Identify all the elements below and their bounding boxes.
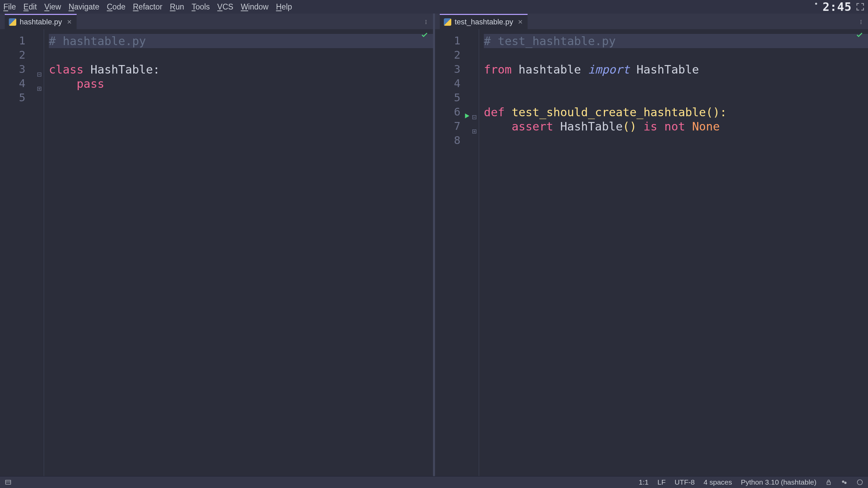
svg-point-13 (842, 481, 844, 483)
code-line (484, 48, 868, 62)
menu-refactor[interactable]: Refactor (133, 2, 162, 12)
token-const: None (692, 119, 720, 134)
token-kw2: import (588, 62, 636, 77)
run-test-icon[interactable] (463, 108, 471, 116)
menu-window[interactable]: Window (241, 2, 269, 12)
tab-label: test_hashtable.py (455, 18, 513, 26)
tool-window-icon[interactable] (5, 479, 12, 486)
code-line: pass (49, 77, 433, 91)
code-editor[interactable]: 12345678# test_hashtable.pyfrom hashtabl… (435, 29, 868, 476)
token-paren: () (623, 119, 643, 134)
close-icon[interactable]: ✕ (67, 18, 72, 26)
line-number: 3 (454, 63, 460, 76)
code-area[interactable]: # hashtable.pyclass HashTable: pass (44, 29, 433, 476)
line-number: 4 (454, 77, 460, 90)
lock-icon[interactable] (825, 479, 832, 486)
code-line (49, 48, 433, 62)
fold-icon[interactable] (471, 109, 477, 115)
token-kw: def (484, 105, 512, 119)
code-line: from hashtable import HashTable (484, 62, 868, 77)
status-indent[interactable]: 4 spaces (704, 478, 732, 486)
line-number: 5 (454, 91, 460, 105)
line-number: 1 (454, 34, 460, 48)
menu-view[interactable]: View (44, 2, 61, 12)
token-ident: HashTable (636, 62, 699, 77)
line-number: 7 (454, 120, 460, 133)
token-comment: # hashtable.py (49, 34, 146, 48)
code-line: # hashtable.py (49, 34, 433, 48)
notification-dot-icon (815, 3, 817, 5)
editor-pane-1: test_hashtable.py✕···12345678# test_hash… (433, 14, 868, 476)
line-number: 5 (19, 91, 25, 105)
token-ident: : (153, 62, 160, 77)
tab-label: hashtable.py (20, 18, 62, 26)
fold-icon[interactable] (36, 81, 42, 87)
menu-help[interactable]: Help (276, 2, 292, 12)
svg-point-14 (844, 482, 847, 484)
code-line (484, 77, 868, 91)
code-line: assert HashTable() is not None (484, 119, 868, 134)
token-ident: hashtable (518, 62, 588, 77)
line-number: 4 (19, 77, 25, 90)
svg-rect-12 (827, 482, 830, 485)
token-ident: HashTable (91, 62, 153, 77)
status-encoding[interactable]: UTF-8 (674, 478, 695, 486)
line-number: 2 (19, 48, 25, 62)
menu-run[interactable]: Run (170, 2, 184, 12)
menu-code[interactable]: Code (107, 2, 125, 12)
menu-bar: FileEditViewNavigateCodeRefactorRunTools… (3, 2, 292, 12)
code-line (484, 134, 868, 148)
line-number: 6 (454, 105, 460, 119)
kebab-icon[interactable]: ··· (857, 19, 866, 24)
ide-status-icon[interactable] (841, 479, 848, 486)
fold-icon[interactable] (36, 66, 42, 73)
menu-edit[interactable]: Edit (23, 2, 37, 12)
top-panel: FileEditViewNavigateCodeRefactorRunTools… (0, 0, 868, 14)
inspection-ok-icon[interactable] (421, 31, 428, 39)
token-kw: is not (644, 119, 692, 134)
code-area[interactable]: # test_hashtable.pyfrom hashtable import… (479, 29, 868, 476)
menu-file[interactable]: File (3, 2, 16, 12)
token-ident: HashTable (560, 119, 623, 134)
token-kw: from (484, 62, 518, 77)
fullscreen-icon[interactable] (856, 2, 865, 11)
menu-tools[interactable]: Tools (192, 2, 210, 12)
inspection-ok-icon[interactable] (856, 31, 863, 39)
svg-point-15 (857, 480, 863, 485)
line-number: 1 (19, 34, 25, 48)
token-kw: class (49, 62, 91, 77)
status-bar: 1:1 LF UTF-8 4 spaces Python 3.10 (hasht… (0, 476, 868, 488)
code-line (49, 91, 433, 105)
close-icon[interactable]: ✕ (518, 18, 523, 26)
status-line-sep[interactable]: LF (657, 478, 666, 486)
token-kw: pass (49, 77, 104, 91)
clock: 2:45 (823, 0, 852, 14)
status-interpreter[interactable]: Python 3.10 (hashtable) (741, 478, 816, 486)
tab-bar: hashtable.py✕··· (0, 14, 433, 29)
fold-icon[interactable] (471, 123, 477, 129)
gutter[interactable]: 12345678 (435, 29, 479, 476)
line-number: 8 (454, 134, 460, 147)
code-editor[interactable]: 12345# hashtable.pyclass HashTable: pass (0, 29, 433, 476)
token-kw: assert (512, 119, 560, 134)
inspection-icon[interactable] (856, 479, 863, 486)
panel-right: 2:45 (815, 0, 865, 14)
gutter[interactable]: 12345 (0, 29, 44, 476)
python-file-icon (444, 18, 451, 26)
code-line: def test_should_create_hashtable(): (484, 105, 868, 119)
editor-pane-0: hashtable.py✕···12345# hashtable.pyclass… (0, 14, 433, 476)
tab-hashtable-py[interactable]: hashtable.py✕ (5, 14, 77, 29)
token-comment: # test_hashtable.py (484, 34, 616, 48)
line-number: 2 (454, 48, 460, 62)
menu-vcs[interactable]: VCS (217, 2, 233, 12)
code-line (484, 91, 868, 105)
token-paren: (): (706, 105, 727, 119)
python-file-icon (9, 18, 16, 26)
token-func: test_should_create_hashtable (512, 105, 706, 119)
menu-navigate[interactable]: Navigate (68, 2, 99, 12)
kebab-icon[interactable]: ··· (422, 19, 431, 24)
code-line: class HashTable: (49, 62, 433, 77)
tab-test_hashtable-py[interactable]: test_hashtable.py✕ (440, 14, 528, 29)
token-ident (484, 119, 512, 134)
status-cursor[interactable]: 1:1 (639, 478, 649, 486)
